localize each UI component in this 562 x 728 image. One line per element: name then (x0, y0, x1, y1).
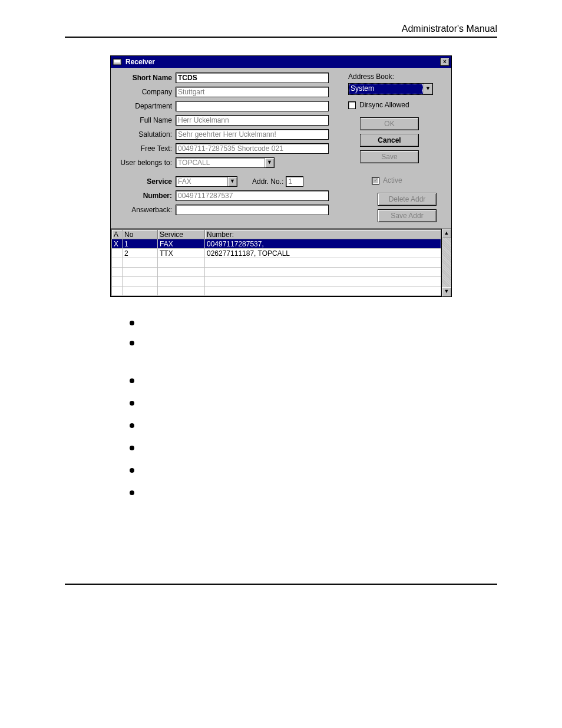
label-active: Active (383, 176, 402, 185)
grid-cell (112, 258, 123, 268)
grid-scrollbar[interactable]: ▲ ▼ (442, 229, 451, 297)
page-header-title: Administrator's Manual (402, 24, 497, 34)
grid-cell: TTX (158, 249, 205, 258)
bullet-icon (130, 468, 134, 473)
grid-cell: X (112, 239, 123, 249)
bullet-icon (130, 401, 134, 406)
grid-cell: 026277111187, TOPCALL (205, 249, 441, 258)
grid-cell: 1 (123, 239, 158, 249)
footer-divider (65, 584, 497, 585)
grid-cell (112, 268, 123, 277)
bullet-icon (130, 446, 134, 450)
grid-cell (158, 286, 205, 296)
label-user-belongs-to: User belongs to: (115, 159, 172, 167)
answerback-field[interactable] (176, 205, 329, 215)
dropdown-arrow-icon: ▼ (423, 84, 432, 94)
addr-no-field[interactable]: 1 (286, 176, 303, 187)
dropdown-arrow-icon: ▼ (265, 158, 274, 167)
bullet-icon (130, 423, 134, 428)
close-icon[interactable]: × (440, 58, 449, 66)
grid-cell (205, 286, 441, 296)
scroll-up-icon[interactable]: ▲ (442, 229, 451, 238)
grid-cell (205, 258, 441, 268)
grid-cell (158, 258, 205, 268)
label-short-name: Short Name (115, 74, 172, 82)
grid-cell: 2 (123, 249, 158, 258)
address-book-select[interactable]: System ▼ (348, 83, 433, 95)
grid-cell: FAX (158, 239, 205, 249)
label-address-book: Address Book: (348, 73, 447, 81)
address-grid[interactable]: A No Service Number: X1FAX00497117287537… (111, 228, 451, 297)
grid-cell (158, 268, 205, 277)
table-row[interactable]: X1FAX00497117287537, (112, 239, 441, 249)
bullet-list-2 (130, 378, 497, 513)
label-company: Company (115, 88, 172, 96)
grid-cell (123, 268, 158, 277)
address-book-value: System (349, 84, 423, 94)
label-number: Number: (115, 192, 172, 200)
delete-addr-button[interactable]: Delete Addr (378, 193, 437, 206)
label-department: Department (115, 102, 172, 110)
table-row[interactable] (112, 277, 441, 286)
scroll-track[interactable] (442, 238, 451, 287)
label-salutation: Salutation: (115, 130, 172, 139)
grid-header-number[interactable]: Number: (205, 230, 441, 239)
dropdown-arrow-icon: ▼ (227, 177, 237, 186)
grid-cell (123, 286, 158, 296)
grid-header-service[interactable]: Service (158, 230, 205, 239)
table-row[interactable] (112, 268, 441, 277)
receiver-dialog: Receiver × Short Name TCDS Company Stutt… (110, 55, 452, 297)
grid-header-no[interactable]: No (123, 230, 158, 239)
grid-cell (112, 277, 123, 286)
save-button[interactable]: Save (360, 150, 419, 163)
user-belongs-to-select[interactable]: TOPCALL ▼ (176, 157, 275, 168)
salutation-field[interactable]: Sehr geehrter Herr Uckelmann! (176, 129, 329, 140)
grid-header-a[interactable]: A (112, 230, 123, 239)
cancel-button[interactable]: Cancel (360, 134, 419, 147)
ok-button[interactable]: OK (360, 117, 419, 130)
grid-cell (123, 277, 158, 286)
grid-cell (205, 277, 441, 286)
service-value: FAX (176, 177, 227, 186)
active-checkbox: ✓ (372, 177, 379, 185)
grid-cell: 00497117287537, (205, 239, 441, 249)
label-service: Service (115, 177, 172, 186)
bullet-list-1 (130, 321, 497, 361)
table-row[interactable]: 2TTX026277111187, TOPCALL (112, 249, 441, 258)
app-icon (113, 57, 122, 67)
grid-cell (112, 249, 123, 258)
label-dirsync: Dirsync Allowed (359, 101, 409, 109)
number-field[interactable]: 00497117287537 (176, 190, 329, 201)
titlebar: Receiver × (111, 56, 451, 68)
scroll-down-icon[interactable]: ▼ (442, 287, 451, 297)
service-select[interactable]: FAX ▼ (176, 176, 237, 187)
user-belongs-to-value: TOPCALL (176, 158, 265, 167)
department-field[interactable] (176, 101, 329, 111)
grid-cell (205, 268, 441, 277)
grid-cell (112, 286, 123, 296)
bullet-icon (130, 490, 134, 495)
save-addr-button[interactable]: Save Addr (378, 209, 437, 222)
svg-rect-1 (114, 60, 120, 62)
table-row[interactable] (112, 258, 441, 268)
label-answerback: Answerback: (115, 206, 172, 214)
company-field[interactable]: Stuttgart (176, 87, 329, 97)
bullet-icon (130, 341, 134, 345)
full-name-field[interactable]: Herr Uckelmann (176, 115, 329, 126)
dirsync-checkbox[interactable] (348, 101, 356, 109)
grid-cell (158, 277, 205, 286)
label-addr-no: Addr. No.: (252, 177, 283, 186)
bullet-icon (130, 378, 134, 383)
free-text-field[interactable]: 0049711-7287535 Shortcode 021 (176, 143, 329, 154)
bullet-icon (130, 321, 134, 325)
short-name-field[interactable]: TCDS (176, 73, 329, 83)
label-free-text: Free Text: (115, 144, 172, 153)
table-row[interactable] (112, 286, 441, 296)
label-full-name: Full Name (115, 116, 172, 124)
grid-cell (123, 258, 158, 268)
dialog-title: Receiver (125, 58, 440, 66)
